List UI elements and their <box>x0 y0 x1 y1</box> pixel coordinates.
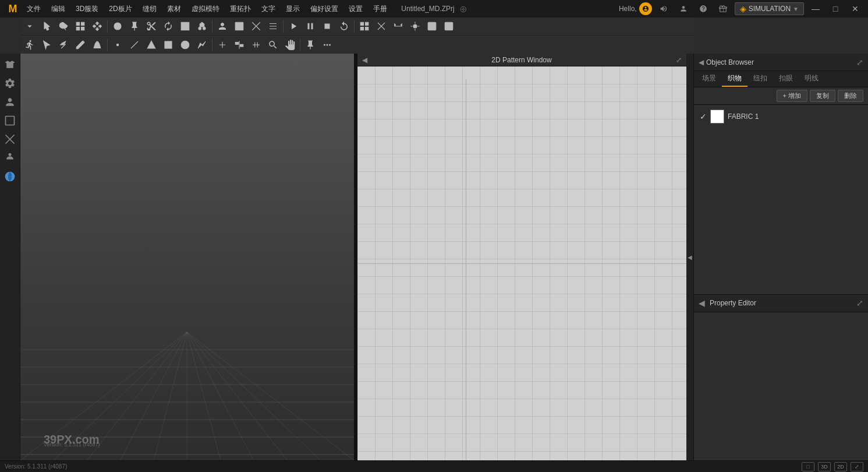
grid-tool[interactable] <box>356 18 373 34</box>
sidebar-globe-icon[interactable] <box>1 168 19 185</box>
simulate-tool[interactable] <box>285 18 302 34</box>
ob-tab-scene[interactable]: 场景 <box>696 71 722 87</box>
lasso-tool[interactable] <box>55 18 72 34</box>
measure-tool[interactable] <box>390 18 406 34</box>
select-down-tool[interactable] <box>22 18 38 34</box>
pan-tool[interactable] <box>282 37 298 53</box>
sidebar-avatar-icon[interactable] <box>1 93 19 111</box>
menu-manual[interactable]: 手册 <box>369 2 392 16</box>
pin-tool[interactable] <box>126 18 143 34</box>
rotate-tool[interactable] <box>160 18 176 34</box>
seam-tool[interactable] <box>373 18 389 34</box>
minimize-button[interactable]: — <box>807 2 824 15</box>
menu-3d-clothing[interactable]: 3D服装 <box>71 2 103 16</box>
move-tool[interactable] <box>89 18 105 34</box>
ob-copy-button[interactable]: 复制 <box>810 90 835 102</box>
view-single-button[interactable]: □ <box>802 462 814 471</box>
panel-spacer <box>694 128 868 294</box>
curve-tool[interactable] <box>89 37 105 53</box>
edge-tool[interactable] <box>126 37 143 53</box>
menu-preferences[interactable]: 偏好设置 <box>306 2 343 16</box>
ob-collapse-arrow[interactable]: ◀ <box>699 58 704 66</box>
menu-display[interactable]: 显示 <box>281 2 304 16</box>
rect-tool[interactable] <box>160 37 176 53</box>
snap-tool[interactable] <box>407 18 423 34</box>
point-tool[interactable] <box>109 37 126 53</box>
zoom-tool[interactable] <box>265 37 281 53</box>
viewport-3d[interactable]: 39PX.com Version: 5.1.311 (r4087) <box>20 54 355 460</box>
panel-left-arrow-icon[interactable]: ◀ <box>362 56 367 64</box>
shader-tool[interactable] <box>441 18 457 34</box>
dots-tool[interactable] <box>319 37 335 53</box>
svg-point-26 <box>329 44 331 45</box>
menu-sewing[interactable]: 缝纫 <box>138 2 161 16</box>
ob-tab-topstitch[interactable]: 明线 <box>799 71 824 87</box>
texture-tool[interactable] <box>424 18 440 34</box>
close-button[interactable]: ✕ <box>847 2 863 15</box>
select2-tool[interactable] <box>38 37 55 53</box>
scissors-tool[interactable] <box>143 18 160 34</box>
menu-file[interactable]: 文件 <box>22 2 45 16</box>
sidebar-fabric-icon[interactable] <box>1 112 19 129</box>
ob-add-button[interactable]: + 增加 <box>777 90 807 102</box>
viewport-2d[interactable]: ◀ 2D Pattern Window ⤢ <box>357 54 686 460</box>
sidebar-clothing-icon[interactable] <box>1 56 19 73</box>
menu-settings[interactable]: 设置 <box>344 2 367 16</box>
menu-text[interactable]: 文字 <box>257 2 280 16</box>
select-tool[interactable] <box>38 18 55 34</box>
gift-icon[interactable] <box>715 2 731 15</box>
property-editor-expand-icon[interactable]: ⤢ <box>856 298 863 308</box>
simulation-button[interactable]: ◈ SIMULATION ▼ <box>735 2 804 15</box>
speaker-icon[interactable] <box>656 2 672 15</box>
stop-tool[interactable] <box>319 18 335 34</box>
menu-avatar[interactable]: 虚拟模特 <box>187 2 224 16</box>
right-panel-collapse-arrow[interactable]: ◀ <box>686 54 693 460</box>
fold-tool[interactable] <box>248 18 264 34</box>
svg-rect-3 <box>82 27 84 30</box>
avatar-tool[interactable] <box>214 18 231 34</box>
sidebar-person-icon[interactable] <box>1 149 19 167</box>
distribute-tool[interactable] <box>248 37 264 53</box>
sewing-tool[interactable] <box>109 18 126 34</box>
svg-rect-11 <box>428 22 436 30</box>
menu-material[interactable]: 素材 <box>162 2 186 16</box>
menu-edit[interactable]: 编辑 <box>47 2 70 16</box>
polyline-tool[interactable] <box>194 37 210 53</box>
pe-collapse-arrow[interactable]: ◀ <box>699 298 705 308</box>
ob-tab-button[interactable]: 纽扣 <box>747 71 773 87</box>
sidebar-trim-icon[interactable] <box>1 131 19 148</box>
ob-tab-buttonhole[interactable]: 扣眼 <box>773 71 799 87</box>
weld-tool[interactable] <box>194 18 210 34</box>
snap2-tool[interactable] <box>214 37 231 53</box>
pattern-expand-icon[interactable]: ⤢ <box>676 56 682 64</box>
maximize-button[interactable]: □ <box>827 2 844 15</box>
title-bar: M 文件 编辑 3D服装 2D板片 缝纫 素材 虚拟模特 重拓扑 文字 显示 偏… <box>0 0 868 17</box>
svg-line-58 <box>154 332 187 460</box>
knife-tool[interactable] <box>55 37 72 53</box>
view-expand-button[interactable]: ⤢ <box>851 462 863 471</box>
object-browser-expand-icon[interactable]: ⤢ <box>856 58 863 67</box>
face-tool[interactable] <box>143 37 160 53</box>
arrange-tool[interactable] <box>265 18 281 34</box>
reset-tool[interactable] <box>336 18 352 34</box>
status-right: □ 3D 2D ⤢ <box>802 462 863 471</box>
view-3d-button[interactable]: 3D <box>818 462 831 471</box>
transform-tool[interactable] <box>72 18 88 34</box>
pin2-tool[interactable] <box>302 37 318 53</box>
pattern-tool[interactable] <box>231 18 247 34</box>
view-2d-button[interactable]: 2D <box>834 462 847 471</box>
walk-tool[interactable] <box>22 37 38 53</box>
pen-tool[interactable] <box>72 37 88 53</box>
fabric-tool[interactable] <box>177 18 193 34</box>
user-icon[interactable] <box>675 2 692 15</box>
ob-delete-button[interactable]: 删除 <box>838 90 863 102</box>
ob-tab-fabric[interactable]: 织物 <box>722 71 747 87</box>
fabric-item[interactable]: ✓ FABRIC 1 <box>696 107 866 126</box>
circle-tool[interactable] <box>177 37 193 53</box>
pause-tool[interactable] <box>302 18 318 34</box>
help-icon[interactable] <box>695 2 711 15</box>
menu-retopology[interactable]: 重拓扑 <box>225 2 256 16</box>
align-tool[interactable] <box>231 37 247 53</box>
sidebar-gear-icon[interactable] <box>1 75 19 92</box>
menu-2d-panel[interactable]: 2D板片 <box>104 2 136 16</box>
